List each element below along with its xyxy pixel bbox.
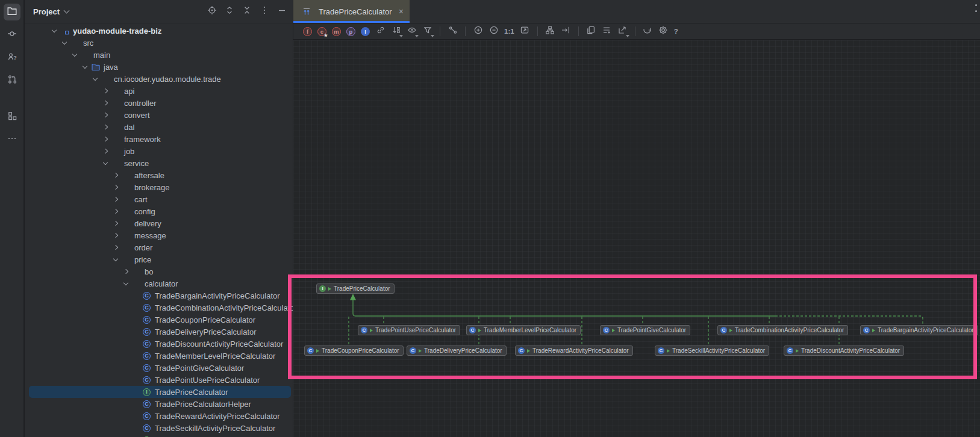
close-tab-button[interactable]: × [399,7,404,16]
chevron-right-icon[interactable] [100,133,111,145]
chevron-down-icon[interactable] [80,61,90,73]
tree-item-job[interactable]: job [25,145,293,157]
tree-item-tradeseckillactivitypricecalculator[interactable]: CTradeSeckillActivityPriceCalculator [25,422,293,434]
tree-item-order[interactable]: order [25,241,293,253]
diagram-node-traderewardactivitypricecalculator[interactable]: CTradeRewardActivityPriceCalculator [515,346,633,356]
toolbar-copy-diagram-button[interactable] [586,26,596,37]
toolbar-fit-content-button[interactable] [520,26,530,37]
tree-item-yudao-module-trade-biz[interactable]: yudao-module-trade-biz [25,25,293,37]
toolbar-show-constructors-button[interactable]: c★ [317,27,326,36]
tree-item-traderewardactivitypricecalculator[interactable]: CTradeRewardActivityPriceCalculator [25,410,293,422]
tree-item-calculator[interactable]: calculator [25,277,293,290]
toolbar-show-details-button[interactable] [602,26,612,37]
activity-more-button[interactable] [4,131,20,148]
toolbar-refresh-button[interactable] [643,26,653,37]
options-button[interactable] [260,7,269,16]
toolbar-apply-layout-button[interactable] [545,26,555,37]
diagram-node-tradepricecalculator[interactable]: ITradePriceCalculator [316,284,395,294]
tree-item-bo[interactable]: bo [25,265,293,277]
chevron-right-icon[interactable] [110,241,121,253]
tree-item-tradememberlevelpricecalculator[interactable]: CTradeMemberLevelPriceCalculator [25,350,293,362]
toolbar-visibility-level-eye-button[interactable] [407,26,417,37]
collapse-all-button[interactable] [242,7,252,16]
diagram-canvas[interactable]: ITradePriceCalculatorCTradePointUsePrice… [293,40,980,437]
toolbar-help-button[interactable]: ? [674,28,678,35]
tree-item-tradepointusepricecalculator[interactable]: CTradePointUsePriceCalculator [25,374,293,386]
tree-item-api[interactable]: api [25,85,293,97]
chevron-down-icon[interactable] [69,49,80,61]
chevron-right-icon[interactable] [100,121,111,133]
toolbar-show-properties-button[interactable]: p [346,27,355,36]
chevron-right-icon[interactable] [110,181,121,193]
toolbar-zoom-in-button[interactable] [473,26,483,37]
chevron-down-icon[interactable] [49,25,60,37]
tree-item-tradepricecalculatorhelper[interactable]: CTradePriceCalculatorHelper [25,398,293,410]
tree-item-controller[interactable]: controller [25,97,293,109]
chevron-down-icon[interactable] [100,157,111,169]
tree-item-service[interactable]: service [25,157,293,169]
diagram-node-tradediscountactivitypricecalculator[interactable]: CTradeDiscountActivityPriceCalculator [784,346,904,356]
toolbar-edge-mode-button[interactable] [448,26,458,37]
tree-item-partial[interactable]: I [25,434,293,437]
activity-project-button[interactable] [4,4,20,20]
tree-item-convert[interactable]: convert [25,109,293,121]
toolbar-show-methods-button[interactable]: m [332,27,341,36]
diagram-node-tradeseckillactivitypricecalculator[interactable]: CTradeSeckillActivityPriceCalculator [655,346,769,356]
chevron-right-icon[interactable] [110,229,121,241]
diagram-node-tradememberlevelpricecalculator[interactable]: CTradeMemberLevelPriceCalculator [466,325,581,335]
diagram-node-tradebargainactivitypricecalculator[interactable]: CTradeBargainActivityPriceCalculator [860,325,978,335]
chevron-down-icon[interactable] [90,73,101,85]
diagram-node-tradecombinationactivitypricecalculator[interactable]: CTradeCombinationActivityPriceCalculator [717,325,848,335]
tree-item-brokerage[interactable]: brokerage [25,181,293,193]
chevron-right-icon[interactable] [110,193,121,205]
chevron-right-icon[interactable] [110,205,121,217]
toolbar-zoom-out-button[interactable] [488,26,499,37]
chevron-right-icon[interactable] [120,265,131,277]
tree-item-dal[interactable]: dal [25,121,293,133]
diagram-node-tradepointgivecalculator[interactable]: CTradePointGiveCalculator [600,325,690,335]
tree-item-framework[interactable]: framework [25,133,293,145]
tree-item-cart[interactable]: cart [25,193,293,205]
chevron-right-icon[interactable] [110,169,121,181]
expand-all-button[interactable] [225,7,234,16]
toolbar-show-inner-classes-button[interactable]: I [361,27,370,36]
locate-button[interactable] [207,7,217,16]
activity-code-with-me-button[interactable]: ? [4,49,20,66]
toolbar-sort-members-button[interactable] [391,26,401,37]
tab-tradepricecalculator[interactable]: TradePriceCalculator × [293,0,410,23]
toolbar-settings-gear-button[interactable] [658,26,669,37]
chevron-right-icon[interactable] [100,109,111,121]
chevron-right-icon[interactable] [100,85,111,97]
tree-item-cn-iocoder-yudao-module-trade[interactable]: cn.iocoder.yudao.module.trade [25,73,293,85]
toolbar-actual-size-button[interactable]: 1:1 [504,28,514,35]
tree-item-delivery[interactable]: delivery [25,217,293,229]
tree-item-main[interactable]: main [25,49,293,61]
diagram-node-tradecouponpricecalculator[interactable]: CTradeCouponPriceCalculator [304,346,404,356]
hide-button[interactable] [277,7,287,16]
toolbar-filter-button[interactable] [422,26,432,37]
tree-item-tradecouponpricecalculator[interactable]: CTradeCouponPriceCalculator [25,314,293,326]
tree-item-java[interactable]: java [25,61,293,73]
chevron-right-icon[interactable] [100,145,111,157]
tree-item-price[interactable]: price [25,253,293,265]
chevron-down-icon[interactable] [59,37,70,49]
toolbar-show-dependencies-link-button[interactable] [375,26,385,37]
tree-item-tradecombinationactivitypricecalculator[interactable]: CTradeCombinationActivityPriceCalculator [25,302,293,314]
tree-item-config[interactable]: config [25,205,293,217]
diagram-node-tradedeliverypricecalculator[interactable]: CTradeDeliveryPriceCalculator [407,346,507,356]
chevron-right-icon[interactable] [100,97,111,109]
tree-item-tradepointgivecalculator[interactable]: CTradePointGiveCalculator [25,362,293,374]
tree-item-message[interactable]: message [25,229,293,241]
toolbar-show-fields-button[interactable]: f [303,27,312,36]
diagram-node-tradepointusepricecalculator[interactable]: CTradePointUsePriceCalculator [358,325,460,335]
chevron-down-icon[interactable] [64,8,70,14]
chevron-right-icon[interactable] [110,217,121,229]
tree-item-aftersale[interactable]: aftersale [25,169,293,181]
toolbar-route-edges-button[interactable] [561,26,571,37]
tree-item-tradebargainactivitypricecalculator[interactable]: CTradeBargainActivityPriceCalculator [25,290,293,302]
chevron-down-icon[interactable] [110,253,121,265]
tree-item-src[interactable]: src [25,37,293,49]
activity-structure-button[interactable] [4,108,20,125]
toolbar-export-diagram-button[interactable] [617,26,628,37]
tree-item-tradedeliverypricecalculator[interactable]: CTradeDeliveryPriceCalculator [25,326,293,338]
